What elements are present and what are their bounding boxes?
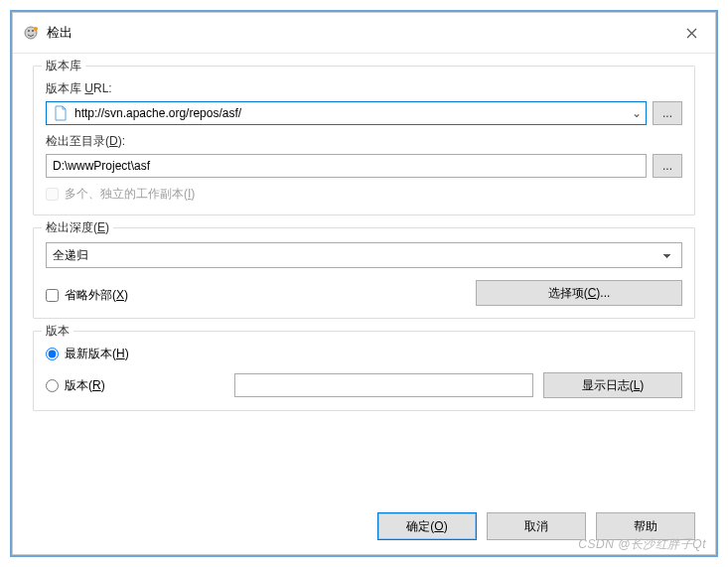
url-label: 版本库 URL:: [46, 80, 682, 97]
dir-browse-button[interactable]: ...: [653, 154, 682, 178]
url-combobox[interactable]: ⌄: [46, 101, 647, 125]
close-button[interactable]: [677, 21, 705, 45]
head-revision-radio[interactable]: [46, 348, 59, 360]
specific-revision-row[interactable]: 版本(R): [46, 377, 224, 394]
multi-checkbox-row: 多个、独立的工作副本(I): [46, 186, 682, 203]
depth-select[interactable]: 全递归: [46, 242, 682, 268]
dir-label: 检出至目录(D):: [46, 133, 682, 150]
svg-point-1: [28, 30, 30, 32]
repository-group-title: 版本库: [42, 58, 85, 74]
checkout-dialog: 检出 版本库 版本库 URL: ⌄ ...: [12, 12, 716, 555]
cancel-button[interactable]: 取消: [487, 512, 586, 540]
depth-group-title: 检出深度(E): [42, 219, 113, 236]
multi-checkbox-label: 多个、独立的工作副本(I): [65, 186, 195, 203]
chevron-down-icon[interactable]: ⌄: [628, 106, 646, 120]
head-revision-row[interactable]: 最新版本(H): [46, 346, 682, 362]
app-icon: [23, 25, 39, 41]
revision-input[interactable]: [234, 373, 533, 397]
multi-checkbox: [46, 188, 59, 201]
specific-revision-radio[interactable]: [46, 379, 59, 392]
specific-revision-label: 版本(R): [65, 377, 105, 394]
repository-group: 版本库 版本库 URL: ⌄ ... 检出至目录(D):: [33, 66, 695, 215]
file-icon: [51, 103, 71, 123]
url-browse-button[interactable]: ...: [653, 101, 682, 125]
head-revision-label: 最新版本(H): [65, 346, 129, 362]
omit-externals-row[interactable]: 省略外部(X): [46, 287, 476, 304]
revision-group: 版本 最新版本(H) 版本(R) 显示日志(L): [33, 331, 695, 411]
svg-point-2: [32, 30, 34, 32]
show-log-button[interactable]: 显示日志(L): [543, 372, 682, 398]
omit-externals-label: 省略外部(X): [65, 287, 128, 304]
omit-externals-checkbox[interactable]: [46, 289, 59, 302]
dir-input[interactable]: [46, 154, 647, 178]
titlebar: 检出: [13, 13, 715, 54]
url-input[interactable]: [74, 102, 628, 124]
close-icon: [686, 28, 697, 39]
depth-group: 检出深度(E) 全递归 省略外部(X) 选择项(C)...: [33, 227, 695, 319]
ok-button[interactable]: 确定(O): [377, 512, 477, 540]
svg-point-3: [34, 27, 38, 31]
title-text: 检出: [47, 24, 73, 42]
watermark-text: CSDN @长沙红胖子Qt: [578, 536, 706, 553]
revision-group-title: 版本: [42, 323, 73, 340]
choose-items-button[interactable]: 选择项(C)...: [476, 280, 682, 306]
